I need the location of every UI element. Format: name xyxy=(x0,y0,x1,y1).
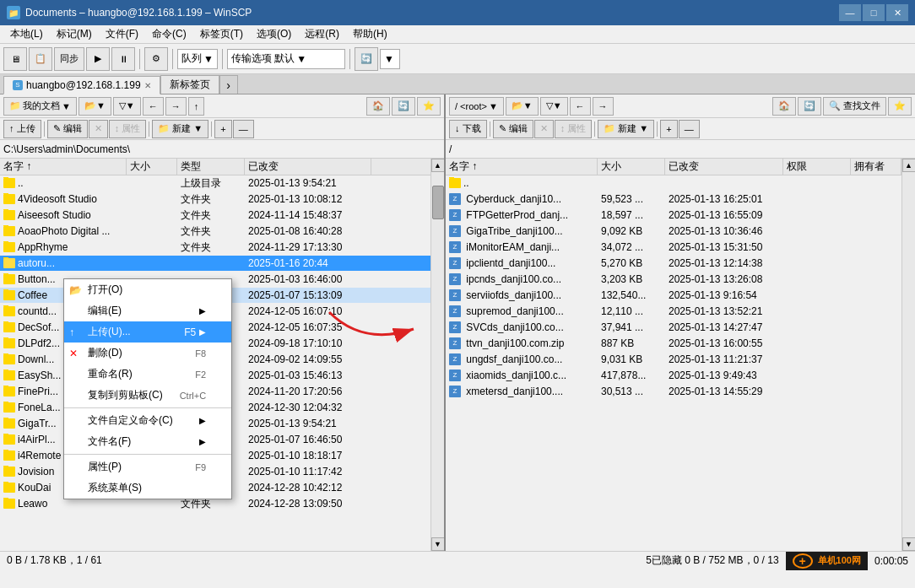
table-row[interactable]: Z ipcnds_danji100.co... 3,203 KB 2025-01… xyxy=(446,272,901,288)
ctx-delete[interactable]: ✕ 删除(D) F8 xyxy=(64,343,231,364)
table-row[interactable]: Aiseesoft Studio 文件夹 2024-11-14 15:48:37 xyxy=(0,208,430,224)
right-props-btn[interactable]: ↕ 属性 xyxy=(555,120,593,138)
left-minus-btn[interactable]: — xyxy=(233,120,254,138)
ctx-rename[interactable]: 重命名(R) F2 xyxy=(64,364,231,385)
toolbar-btn-1[interactable]: 🖥 xyxy=(3,47,27,71)
right-delete-btn[interactable]: ✕ xyxy=(534,120,554,138)
right-add-btn[interactable]: ⭐ xyxy=(888,97,912,116)
ctx-custom[interactable]: 文件自定义命令(C) ▶ xyxy=(64,410,231,431)
toolbar-btn-4[interactable]: ⏸ xyxy=(111,47,135,71)
right-find-btn[interactable]: 🔍 查找文件 xyxy=(823,97,886,116)
left-up-btn[interactable]: ↑ xyxy=(188,97,205,116)
left-filter-btn[interactable]: ▽▼ xyxy=(113,97,141,116)
right-scroll-down[interactable]: ▼ xyxy=(902,537,916,551)
tab-add-button[interactable]: › xyxy=(219,75,238,94)
right-edit-btn[interactable]: ✎ 编辑 xyxy=(493,120,533,138)
left-new-btn[interactable]: 📁 新建 ▼ xyxy=(152,120,208,138)
table-row[interactable]: Z SVCds_danji100.co... 37,941 ... 2025-0… xyxy=(446,320,901,336)
menu-remote[interactable]: 远程(R) xyxy=(298,25,346,43)
table-row[interactable]: Z ipclientd_danji100... 5,270 KB 2025-01… xyxy=(446,256,901,272)
left-scroll-up[interactable]: ▲ xyxy=(431,159,445,172)
toolbar-btn-3[interactable]: ▶ xyxy=(86,47,110,71)
left-browse-btn[interactable]: 📂▼ xyxy=(79,97,111,116)
menu-command[interactable]: 命令(C) xyxy=(145,25,193,43)
right-home-btn[interactable]: 🏠 xyxy=(772,97,796,116)
right-col-owner[interactable]: 拥有者 xyxy=(851,159,901,175)
menu-help[interactable]: 帮助(H) xyxy=(346,25,394,43)
left-scrollbar[interactable]: ▲ ▼ xyxy=(430,159,444,551)
right-fwd-btn[interactable]: → xyxy=(593,97,614,116)
left-scroll-down[interactable]: ▼ xyxy=(431,537,445,551)
toolbar-btn-sync[interactable]: 同步 xyxy=(54,47,84,71)
ctx-sysmenu[interactable]: 系统菜单(S) xyxy=(64,477,231,499)
right-scroll-up[interactable]: ▲ xyxy=(902,159,916,172)
left-col-type[interactable]: 类型 xyxy=(177,159,245,175)
transfer-dropdown[interactable]: 传输选项 默认▼ xyxy=(227,49,345,69)
left-scroll-thumb[interactable] xyxy=(432,186,444,219)
menu-mark[interactable]: 标记(M) xyxy=(50,25,99,43)
ctx-open[interactable]: 📂 打开(O) xyxy=(64,279,231,300)
toolbar-btn-2[interactable]: 📋 xyxy=(29,47,52,71)
menu-options[interactable]: 选项(O) xyxy=(250,25,298,43)
ctx-upload[interactable]: ↑ 上传(U)... F5 ▶ xyxy=(64,321,231,343)
left-delete-btn[interactable]: ✕ xyxy=(89,120,108,138)
ctx-properties[interactable]: 属性(P) F9 xyxy=(64,456,231,477)
table-row[interactable]: Z supremod_danji100... 12,110 ... 2025-0… xyxy=(446,304,901,320)
left-upload-btn[interactable]: ↑ 上传 xyxy=(3,120,41,138)
right-col-perms[interactable]: 权限 xyxy=(783,159,851,175)
maximize-button[interactable]: □ xyxy=(863,4,885,21)
right-back-btn[interactable]: ← xyxy=(570,97,591,116)
table-row[interactable]: 4Videosoft Studio 文件夹 2025-01-13 10:08:1… xyxy=(0,192,430,208)
table-row[interactable]: Z ungdsf_danji100.co... 9,031 KB 2025-01… xyxy=(446,352,901,368)
queue-dropdown[interactable]: 队列▼ xyxy=(177,49,218,69)
toolbar-btn-5[interactable]: ⚙ xyxy=(144,47,168,71)
table-row[interactable]: Z xiaomids_danji100.c... 417,878... 2025… xyxy=(446,368,901,384)
left-back-btn[interactable]: ← xyxy=(143,97,164,116)
right-col-date[interactable]: 已改变 xyxy=(665,159,783,175)
table-row[interactable]: autoru... 2025-01-16 20:44 xyxy=(0,256,430,272)
table-row[interactable]: Z ttvn_danji100.com.zip 887 KB 2025-01-1… xyxy=(446,336,901,352)
tab-new[interactable]: 新标签页 xyxy=(160,75,219,94)
table-row[interactable]: AppRhyme 文件夹 2024-11-29 17:13:30 xyxy=(0,240,430,256)
right-filter-btn[interactable]: ▽▼ xyxy=(540,97,568,116)
right-minus-btn[interactable]: — xyxy=(679,120,700,138)
left-refresh-btn[interactable]: 🔄 xyxy=(392,97,415,116)
left-rename-btn[interactable]: ↕ 属性 xyxy=(109,120,147,138)
tab-server[interactable]: S huangbo@192.168.1.199 ✕ xyxy=(3,76,160,94)
table-row[interactable]: Z Cyberduck_danji10... 59,523 ... 2025-0… xyxy=(446,192,901,208)
ctx-copy[interactable]: 复制到剪贴板(C) Ctrl+C xyxy=(64,385,231,406)
table-row[interactable]: Z iMonitorEAM_danji... 34,072 ... 2025-0… xyxy=(446,240,901,256)
minimize-button[interactable]: — xyxy=(839,4,861,21)
ctx-filename[interactable]: 文件名(F) ▶ xyxy=(64,431,231,452)
left-fwd-btn[interactable]: → xyxy=(165,97,187,116)
table-row[interactable]: Z xmetersd_danji100.... 30,513 ... 2025-… xyxy=(446,384,901,400)
menu-local[interactable]: 本地(L) xyxy=(3,25,50,43)
refresh-dropdown[interactable]: ▼ xyxy=(380,49,400,69)
table-row[interactable]: .. 上级目录 2025-01-13 9:54:21 xyxy=(0,175,430,192)
right-refresh-btn[interactable]: 🔄 xyxy=(798,97,821,116)
table-row[interactable]: Z serviiofds_danji100... 132,540... 2025… xyxy=(446,288,901,304)
table-row[interactable]: Z GigaTribe_danji100... 9,092 KB 2025-01… xyxy=(446,224,901,240)
ctx-edit[interactable]: 编辑(E) ▶ xyxy=(64,300,231,321)
right-scrollbar[interactable]: ▲ ▼ xyxy=(901,159,915,551)
left-add-bookmark-btn[interactable]: ⭐ xyxy=(417,97,441,116)
menu-tabs[interactable]: 标签页(T) xyxy=(193,25,250,43)
left-col-date[interactable]: 已改变 xyxy=(245,159,371,175)
left-my-docs[interactable]: 📁 我的文档 ▼ xyxy=(3,97,77,116)
left-col-size[interactable]: 大小 xyxy=(127,159,177,175)
right-browse-btn[interactable]: 📂▼ xyxy=(506,97,539,116)
left-plus-btn[interactable]: + xyxy=(214,120,231,138)
toolbar-btn-refresh[interactable]: 🔄 xyxy=(355,47,378,71)
menu-file[interactable]: 文件(F) xyxy=(99,25,145,43)
close-button[interactable]: ✕ xyxy=(886,4,908,21)
table-row[interactable]: Z FTPGetterProd_danj... 18,597 ... 2025-… xyxy=(446,208,901,224)
table-row[interactable]: AoaoPhoto Digital ... 文件夹 2025-01-08 16:… xyxy=(0,224,430,240)
left-edit-btn[interactable]: ✎ 编辑 xyxy=(47,120,88,138)
right-plus-btn[interactable]: + xyxy=(660,120,677,138)
left-home-btn[interactable]: 🏠 xyxy=(366,97,390,116)
right-new-btn[interactable]: 📁 新建 ▼ xyxy=(598,120,654,138)
right-download-btn[interactable]: ↓ 下载 xyxy=(449,120,487,138)
table-row[interactable]: .. xyxy=(446,175,901,192)
right-col-name[interactable]: 名字 ↑ xyxy=(446,159,598,175)
left-col-name[interactable]: 名字 ↑ xyxy=(0,159,127,175)
